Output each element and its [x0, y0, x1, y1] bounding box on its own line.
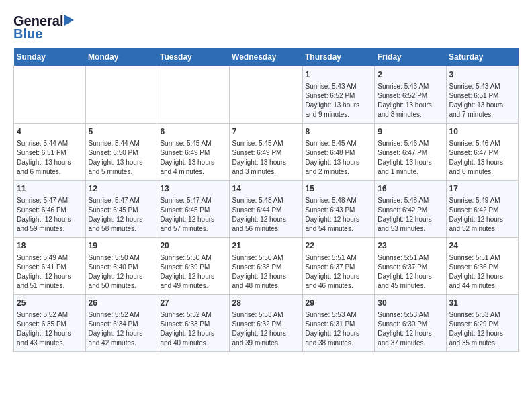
day-cell: 10Sunrise: 5:46 AM Sunset: 6:47 PM Dayli…: [446, 124, 519, 181]
day-info: Sunrise: 5:48 AM Sunset: 6:42 PM Dayligh…: [378, 196, 443, 234]
day-number: 28: [232, 298, 300, 309]
day-number: 30: [378, 298, 443, 309]
day-number: 26: [89, 298, 154, 309]
day-cell: [229, 66, 302, 124]
day-number: 3: [449, 69, 516, 81]
day-number: 25: [17, 298, 83, 309]
day-number: 4: [17, 126, 83, 138]
day-info: Sunrise: 5:50 AM Sunset: 6:39 PM Dayligh…: [160, 253, 226, 291]
col-header-monday: Monday: [85, 48, 157, 66]
day-info: Sunrise: 5:45 AM Sunset: 6:49 PM Dayligh…: [232, 139, 300, 177]
col-header-thursday: Thursday: [302, 48, 375, 66]
day-number: 15: [306, 183, 372, 195]
day-cell: 3Sunrise: 5:43 AM Sunset: 6:51 PM Daylig…: [446, 66, 519, 124]
col-header-friday: Friday: [375, 48, 446, 66]
day-cell: 11Sunrise: 5:47 AM Sunset: 6:46 PM Dayli…: [14, 181, 86, 238]
day-info: Sunrise: 5:45 AM Sunset: 6:49 PM Dayligh…: [160, 139, 226, 177]
day-cell: 13Sunrise: 5:47 AM Sunset: 6:45 PM Dayli…: [157, 181, 229, 238]
day-info: Sunrise: 5:52 AM Sunset: 6:34 PM Dayligh…: [89, 310, 154, 348]
day-cell: 9Sunrise: 5:46 AM Sunset: 6:47 PM Daylig…: [375, 124, 446, 181]
day-cell: 16Sunrise: 5:48 AM Sunset: 6:42 PM Dayli…: [375, 181, 446, 238]
day-info: Sunrise: 5:43 AM Sunset: 6:51 PM Dayligh…: [449, 82, 516, 120]
day-number: 29: [306, 298, 372, 309]
day-cell: 22Sunrise: 5:51 AM Sunset: 6:37 PM Dayli…: [302, 238, 375, 295]
day-cell: 24Sunrise: 5:51 AM Sunset: 6:36 PM Dayli…: [446, 238, 519, 295]
day-number: 27: [160, 298, 226, 309]
day-cell: 23Sunrise: 5:51 AM Sunset: 6:37 PM Dayli…: [375, 238, 446, 295]
day-cell: 31Sunrise: 5:53 AM Sunset: 6:29 PM Dayli…: [446, 295, 519, 352]
day-info: Sunrise: 5:44 AM Sunset: 6:50 PM Dayligh…: [89, 139, 154, 177]
day-info: Sunrise: 5:50 AM Sunset: 6:40 PM Dayligh…: [89, 253, 154, 291]
day-number: 11: [17, 183, 83, 195]
day-info: Sunrise: 5:48 AM Sunset: 6:43 PM Dayligh…: [306, 196, 372, 234]
day-number: 23: [378, 240, 443, 252]
week-row-5: 25Sunrise: 5:52 AM Sunset: 6:35 PM Dayli…: [14, 295, 519, 352]
header: General Blue: [13, 13, 519, 42]
day-cell: 2Sunrise: 5:43 AM Sunset: 6:52 PM Daylig…: [375, 66, 446, 124]
day-cell: 26Sunrise: 5:52 AM Sunset: 6:34 PM Dayli…: [85, 295, 157, 352]
day-cell: 30Sunrise: 5:53 AM Sunset: 6:30 PM Dayli…: [375, 295, 446, 352]
week-row-3: 11Sunrise: 5:47 AM Sunset: 6:46 PM Dayli…: [14, 181, 519, 238]
day-cell: [14, 66, 86, 124]
day-info: Sunrise: 5:51 AM Sunset: 6:37 PM Dayligh…: [306, 253, 372, 291]
day-cell: 28Sunrise: 5:53 AM Sunset: 6:32 PM Dayli…: [229, 295, 302, 352]
week-row-2: 4Sunrise: 5:44 AM Sunset: 6:51 PM Daylig…: [14, 124, 519, 181]
day-info: Sunrise: 5:51 AM Sunset: 6:37 PM Dayligh…: [378, 253, 443, 291]
day-info: Sunrise: 5:47 AM Sunset: 6:46 PM Dayligh…: [17, 196, 83, 234]
day-number: 2: [378, 69, 443, 81]
logo: General Blue: [13, 13, 74, 42]
day-info: Sunrise: 5:45 AM Sunset: 6:48 PM Dayligh…: [306, 139, 372, 177]
logo-blue: Blue: [13, 26, 42, 42]
calendar-table: SundayMondayTuesdayWednesdayThursdayFrid…: [13, 48, 519, 352]
day-info: Sunrise: 5:52 AM Sunset: 6:33 PM Dayligh…: [160, 310, 226, 348]
col-header-saturday: Saturday: [446, 48, 519, 66]
logo-arrow-icon: [64, 15, 74, 26]
day-number: 8: [306, 126, 372, 138]
col-header-sunday: Sunday: [14, 48, 86, 66]
day-info: Sunrise: 5:52 AM Sunset: 6:35 PM Dayligh…: [17, 310, 83, 348]
day-cell: 19Sunrise: 5:50 AM Sunset: 6:40 PM Dayli…: [85, 238, 157, 295]
day-cell: 12Sunrise: 5:47 AM Sunset: 6:45 PM Dayli…: [85, 181, 157, 238]
day-cell: 18Sunrise: 5:49 AM Sunset: 6:41 PM Dayli…: [14, 238, 86, 295]
day-number: 24: [449, 240, 516, 252]
day-cell: 21Sunrise: 5:50 AM Sunset: 6:38 PM Dayli…: [229, 238, 302, 295]
day-number: 14: [232, 183, 300, 195]
day-cell: 20Sunrise: 5:50 AM Sunset: 6:39 PM Dayli…: [157, 238, 229, 295]
day-info: Sunrise: 5:46 AM Sunset: 6:47 PM Dayligh…: [378, 139, 443, 177]
day-cell: 25Sunrise: 5:52 AM Sunset: 6:35 PM Dayli…: [14, 295, 86, 352]
day-info: Sunrise: 5:53 AM Sunset: 6:32 PM Dayligh…: [232, 310, 300, 348]
day-number: 1: [306, 69, 372, 81]
day-cell: [85, 66, 157, 124]
day-cell: 7Sunrise: 5:45 AM Sunset: 6:49 PM Daylig…: [229, 124, 302, 181]
day-info: Sunrise: 5:44 AM Sunset: 6:51 PM Dayligh…: [17, 139, 83, 177]
day-info: Sunrise: 5:43 AM Sunset: 6:52 PM Dayligh…: [378, 82, 443, 120]
day-info: Sunrise: 5:51 AM Sunset: 6:36 PM Dayligh…: [449, 253, 516, 291]
day-number: 22: [306, 240, 372, 252]
day-number: 16: [378, 183, 443, 195]
day-number: 7: [232, 126, 300, 138]
day-number: 19: [89, 240, 154, 252]
day-cell: 27Sunrise: 5:52 AM Sunset: 6:33 PM Dayli…: [157, 295, 229, 352]
col-header-wednesday: Wednesday: [229, 48, 302, 66]
day-number: 6: [160, 126, 226, 138]
week-row-1: 1Sunrise: 5:43 AM Sunset: 6:52 PM Daylig…: [14, 66, 519, 124]
day-info: Sunrise: 5:53 AM Sunset: 6:29 PM Dayligh…: [449, 310, 516, 348]
day-info: Sunrise: 5:48 AM Sunset: 6:44 PM Dayligh…: [232, 196, 300, 234]
day-info: Sunrise: 5:49 AM Sunset: 6:41 PM Dayligh…: [17, 253, 83, 291]
day-info: Sunrise: 5:49 AM Sunset: 6:42 PM Dayligh…: [449, 196, 516, 234]
week-row-4: 18Sunrise: 5:49 AM Sunset: 6:41 PM Dayli…: [14, 238, 519, 295]
day-info: Sunrise: 5:47 AM Sunset: 6:45 PM Dayligh…: [89, 196, 154, 234]
day-cell: 17Sunrise: 5:49 AM Sunset: 6:42 PM Dayli…: [446, 181, 519, 238]
col-header-tuesday: Tuesday: [157, 48, 229, 66]
day-cell: 8Sunrise: 5:45 AM Sunset: 6:48 PM Daylig…: [302, 124, 375, 181]
day-number: 21: [232, 240, 300, 252]
day-cell: 4Sunrise: 5:44 AM Sunset: 6:51 PM Daylig…: [14, 124, 86, 181]
day-number: 10: [449, 126, 516, 138]
day-cell: 14Sunrise: 5:48 AM Sunset: 6:44 PM Dayli…: [229, 181, 302, 238]
day-cell: [157, 66, 229, 124]
day-info: Sunrise: 5:53 AM Sunset: 6:31 PM Dayligh…: [306, 310, 372, 348]
day-info: Sunrise: 5:50 AM Sunset: 6:38 PM Dayligh…: [232, 253, 300, 291]
day-cell: 15Sunrise: 5:48 AM Sunset: 6:43 PM Dayli…: [302, 181, 375, 238]
day-cell: 5Sunrise: 5:44 AM Sunset: 6:50 PM Daylig…: [85, 124, 157, 181]
day-number: 31: [449, 298, 516, 309]
